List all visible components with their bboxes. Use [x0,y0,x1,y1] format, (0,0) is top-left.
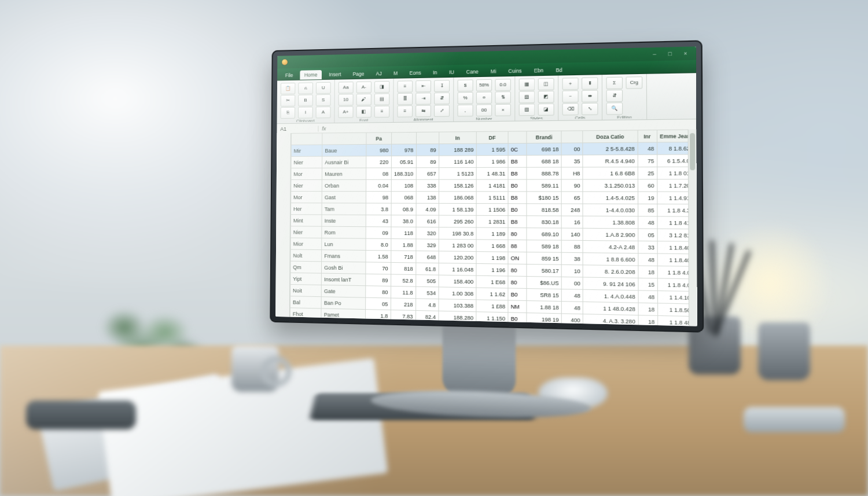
cell[interactable]: 48 [638,253,657,266]
cell[interactable]: 1 E68 [476,275,508,288]
ribbon-button[interactable]: ‚ [457,105,473,117]
cell[interactable]: 1 5111 [476,192,508,204]
column-header[interactable]: Pa [366,133,391,145]
ribbon-tab-m[interactable]: M [389,68,403,78]
cell[interactable]: 116 140 [439,156,476,168]
ribbon-tab-ebn[interactable]: Ebn [529,65,548,75]
cell[interactable]: 198 30.8 [439,227,476,240]
cell[interactable]: 1 6.8 6B8 [583,167,638,179]
ribbon-button[interactable]: ⇅ [495,91,510,104]
maximize-button[interactable]: □ [665,51,675,57]
ribbon-button[interactable]: U [316,82,331,94]
cell[interactable]: 218 [391,298,415,310]
column-header[interactable] [291,133,322,145]
cell[interactable]: 90 [561,179,583,192]
cell[interactable]: 258 18 [527,325,562,326]
cell[interactable]: 248 [561,204,583,216]
cell[interactable]: 05 [366,297,391,310]
cell[interactable]: 11.8 [391,286,415,298]
cell[interactable]: 35 [561,155,583,167]
ribbon-button[interactable]: ≡ [398,80,413,93]
ribbon-button[interactable]: ⌫ [562,103,579,115]
cell[interactable]: ON [508,252,527,264]
ribbon-tab-page[interactable]: Page [348,69,369,79]
cell[interactable]: 1 2831 [476,215,508,227]
cell[interactable]: 188 289 [439,144,476,156]
cell[interactable]: 140 [561,228,583,240]
cell[interactable]: B0 [508,288,527,301]
cell[interactable]: 1 1 48.0.428 [583,302,638,315]
cell[interactable]: Mor [291,192,322,203]
cell[interactable]: 38.0 [391,215,415,227]
ribbon-button[interactable]: 0.0 [495,79,510,91]
cell[interactable]: 186.068 [439,192,476,204]
ribbon-tab-cuins[interactable]: Cuins [503,66,527,76]
cell[interactable]: B8 [508,155,527,167]
cell[interactable]: 89 [366,274,391,286]
ribbon-tab-file[interactable]: File [281,71,297,80]
spreadsheet-grid[interactable]: PaInDFBrandiDoza CatioInrEmme Jeanne Mir… [275,129,697,326]
cell[interactable]: Nier [291,156,322,168]
cell[interactable]: Mor [291,168,322,179]
formula-input[interactable] [329,125,696,128]
cell[interactable]: 1 £88 [476,300,508,313]
ribbon-button[interactable]: ▦ [519,78,535,90]
cell[interactable]: 80 [508,227,527,240]
cell[interactable]: Inste [322,215,366,227]
cell[interactable]: 295 260 [439,215,476,227]
ribbon-tab-insert[interactable]: Insert [324,69,345,79]
ribbon-tab-cane[interactable]: Cane [461,67,483,76]
cell[interactable]: Her [291,203,322,215]
cell[interactable]: 980 [366,144,391,156]
cell[interactable]: 98 [366,192,391,203]
cell[interactable]: 978 [391,144,416,156]
cell[interactable]: 138 [416,192,439,204]
cell[interactable]: 60 [638,179,657,192]
cell[interactable]: 4. A.3. 3.280 [583,314,638,326]
cell[interactable]: 75 [638,155,657,167]
cell[interactable]: 718 [391,251,415,263]
cell[interactable]: Qm [290,261,322,273]
ribbon-button[interactable]: A [316,106,331,118]
cell[interactable]: Mauren [322,168,367,179]
cell[interactable]: 25 [638,167,657,179]
ribbon-button[interactable]: ⬌ [582,90,598,102]
ribbon-button[interactable]: B [298,94,313,106]
cell[interactable]: SR8 15 [527,288,562,301]
cell[interactable]: 52.8 [391,274,415,286]
ribbon-tab-aj[interactable]: AJ [372,69,387,79]
ribbon-button[interactable]: ＋ [562,78,579,90]
cell[interactable]: 8. 2.6.0.208 [583,265,638,278]
cell[interactable]: 1 283 00 [439,239,476,251]
cell[interactable]: Nier [290,226,322,238]
cell[interactable]: 4.2-A 2.48 [583,240,638,253]
close-button[interactable]: × [681,50,691,57]
cell[interactable]: 38 [562,252,583,265]
cell[interactable]: 9. 91 24 106 [583,277,638,291]
cell[interactable]: 0.04 [366,179,391,191]
cell[interactable]: 00 [561,143,583,155]
ribbon-tab-iu[interactable]: IU [444,67,459,77]
column-header[interactable] [391,132,416,144]
cell[interactable]: 198 19 [527,313,562,326]
cell[interactable]: 2.8 [415,322,439,326]
table-row[interactable]: NierOrban0.04108338158.1261 4181B0589.11… [291,179,696,192]
cell[interactable]: B0 [508,204,527,216]
cell[interactable]: 118 [391,227,415,239]
ribbon-button[interactable]: ◪ [538,104,554,116]
cell[interactable]: 818.58 [527,204,561,216]
ribbon-button[interactable]: ◩ [538,91,554,103]
cell[interactable]: 1 5123 [439,167,476,179]
cell[interactable]: 65 [561,192,583,204]
cell[interactable]: 89 [416,144,439,156]
cell[interactable]: Ausnair Bi [322,156,367,168]
cell[interactable]: Mir [291,145,322,156]
ribbon-button[interactable]: ✂ [281,95,296,106]
cell[interactable]: Gosh Bi [322,262,366,274]
cell[interactable]: 648 [415,251,438,263]
cell[interactable]: Be [508,325,527,326]
cell[interactable]: Nolt [290,249,322,262]
cell[interactable]: 400 [562,314,583,326]
cell[interactable]: 698 18 [527,143,561,155]
cell[interactable]: 103.388 [439,299,476,312]
